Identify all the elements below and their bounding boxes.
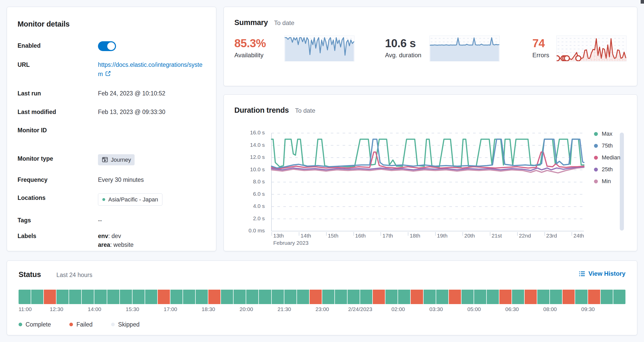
status-block-complete[interactable] — [19, 290, 31, 304]
labels-label: Labels — [18, 232, 98, 241]
label-key: area — [98, 241, 110, 248]
status-block-complete[interactable] — [474, 290, 486, 304]
status-block-complete[interactable] — [69, 290, 81, 304]
status-block-complete[interactable] — [284, 290, 296, 304]
monitor-details-title: Monitor details — [18, 20, 205, 28]
status-block-failed[interactable] — [588, 290, 600, 304]
label-key: env — [98, 233, 108, 239]
status-block-complete[interactable] — [56, 290, 69, 304]
errors-sparkline — [556, 36, 626, 67]
label-item: env: dev — [98, 232, 134, 241]
status-block-complete[interactable] — [550, 290, 562, 304]
status-block-complete[interactable] — [461, 290, 474, 304]
status-block-complete[interactable] — [575, 290, 587, 304]
legend-label: Min — [602, 178, 611, 185]
avg-duration-value: 10.6 s — [385, 37, 430, 50]
url-link[interactable]: https://docs.elastic.co/integrations/sys… — [98, 60, 204, 79]
y-axis-tick-label: 2.0 s — [239, 215, 265, 222]
legend-label: Complete — [26, 321, 51, 328]
status-block-complete[interactable] — [385, 290, 398, 304]
status-block-complete[interactable] — [94, 290, 106, 304]
status-block-complete[interactable] — [31, 290, 43, 304]
status-block-complete[interactable] — [170, 290, 183, 304]
status-block-complete[interactable] — [424, 290, 436, 304]
x-axis-tick — [572, 232, 572, 236]
status-block-failed[interactable] — [44, 290, 56, 304]
detail-row-last-run: Last run Feb 24, 2023 @ 10:10:52 — [18, 89, 205, 98]
status-block-failed[interactable] — [411, 290, 423, 304]
status-block-complete[interactable] — [196, 290, 208, 304]
status-block-failed[interactable] — [310, 290, 322, 304]
label-value: : dev — [108, 233, 121, 239]
x-axis-tick-label: 15th — [328, 233, 338, 239]
summary-subtitle: To date — [274, 19, 294, 27]
x-axis-tick-label: 21st — [492, 233, 502, 239]
status-block-complete[interactable] — [398, 290, 410, 304]
locations-label: Locations — [18, 193, 98, 202]
status-time-label: 12:30 — [50, 306, 63, 312]
status-block-complete[interactable] — [183, 290, 195, 304]
x-axis-tick-label: 24th — [573, 233, 584, 239]
status-block-failed[interactable] — [499, 290, 511, 304]
legend-label: 25th — [602, 166, 613, 173]
x-axis-tick-label: 17th — [382, 233, 393, 239]
status-block-failed[interactable] — [208, 290, 220, 304]
status-block-complete[interactable] — [360, 290, 372, 304]
status-block-failed[interactable] — [563, 290, 575, 304]
x-axis-tick — [326, 232, 327, 236]
legend-item-25th[interactable]: 25th — [594, 166, 620, 173]
status-block-complete[interactable] — [272, 290, 284, 304]
enabled-toggle[interactable] — [98, 41, 116, 51]
status-block-complete[interactable] — [487, 290, 499, 304]
frequency-label: Frequency — [18, 175, 98, 184]
detail-row-monitor-type: Monitor type Journey — [18, 154, 205, 166]
status-block-complete[interactable] — [348, 290, 360, 304]
availability-value: 85.3% — [234, 37, 284, 50]
status-block-complete[interactable] — [537, 290, 549, 304]
last-modified-value: Feb 13, 2023 @ 09:33:30 — [98, 108, 165, 117]
status-block-complete[interactable] — [145, 290, 157, 304]
location-badge[interactable]: Asia/Pacific - Japan — [98, 193, 162, 206]
status-time-label: 11:00 — [19, 306, 32, 312]
status-block-complete[interactable] — [221, 290, 233, 304]
legend-item-min[interactable]: Min — [594, 178, 620, 185]
list-icon — [579, 271, 585, 277]
label-item: area: website — [98, 240, 134, 249]
status-block-complete[interactable] — [512, 290, 524, 304]
duration-plot-area[interactable] — [271, 133, 584, 233]
legend-item-max[interactable]: Max — [594, 131, 620, 137]
plot-right-edge-bar — [620, 133, 624, 231]
journey-badge: Journey — [98, 154, 135, 165]
status-block-complete[interactable] — [297, 290, 309, 304]
status-block-complete[interactable] — [234, 290, 246, 304]
detail-row-last-modified: Last modified Feb 13, 2023 @ 09:33:30 — [18, 108, 205, 117]
status-block-complete[interactable] — [246, 290, 258, 304]
x-axis-tick-label: 14th — [301, 233, 311, 239]
status-title: Status — [19, 270, 41, 279]
status-block-complete[interactable] — [133, 290, 145, 304]
status-block-complete[interactable] — [120, 290, 132, 304]
metric-avg-duration: 10.6 s Avg. duration — [385, 37, 430, 59]
status-block-complete[interactable] — [107, 290, 119, 304]
status-block-complete[interactable] — [436, 290, 448, 304]
status-time-label: 2/24/2023 — [348, 306, 372, 312]
status-block-complete[interactable] — [613, 290, 625, 304]
status-time-labels: 11:0012:3014:0015:3017:0018:3020:0021:30… — [19, 306, 625, 314]
status-block-complete[interactable] — [335, 290, 347, 304]
status-panel: Status Last 24 hours View History 11:001… — [7, 260, 637, 335]
status-block-failed[interactable] — [525, 290, 537, 304]
status-block-failed[interactable] — [449, 290, 461, 304]
legend-item-median[interactable]: Median — [594, 154, 620, 161]
status-block-failed[interactable] — [158, 290, 170, 304]
status-block-complete[interactable] — [82, 290, 94, 304]
duration-trends-title: Duration trends — [234, 106, 289, 115]
y-axis-tick-label: 16.0 s — [239, 129, 265, 136]
status-block-complete[interactable] — [601, 290, 613, 304]
enabled-label: Enabled — [18, 41, 98, 50]
legend-item-75th[interactable]: 75th — [594, 142, 620, 149]
view-history-link[interactable]: View History — [579, 270, 625, 277]
status-block-complete[interactable] — [259, 290, 271, 304]
status-block-complete[interactable] — [322, 290, 334, 304]
monitor-details-rows: Enabled URL https://docs.elastic.co/inte… — [18, 41, 205, 249]
status-block-failed[interactable] — [373, 290, 385, 304]
